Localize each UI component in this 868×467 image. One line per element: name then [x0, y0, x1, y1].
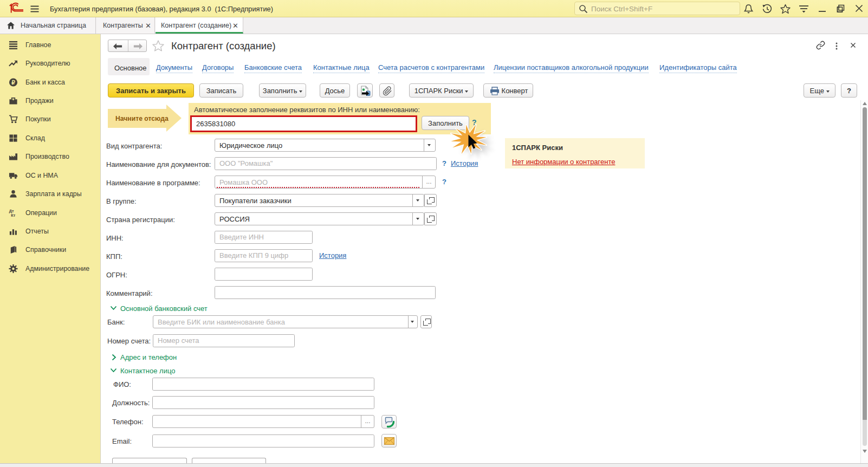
- svg-text:Начните отсюда: Начните отсюда: [115, 115, 169, 122]
- svg-text:₽: ₽: [11, 80, 15, 86]
- svg-text:Кт: Кт: [11, 213, 15, 218]
